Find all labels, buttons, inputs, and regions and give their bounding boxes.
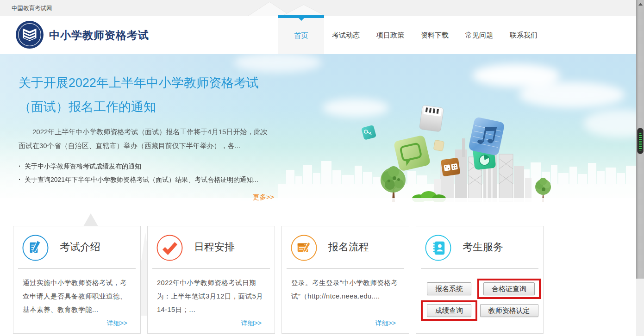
nav-home-label: 首页	[278, 31, 324, 40]
scrollbar-lower-track	[636, 279, 644, 336]
news-list: 关于中小学教师资格考试成绩发布的通知 关于查询2021年下半年中小学教师资格考试…	[19, 160, 274, 187]
detail-link[interactable]: 详细>>	[375, 319, 396, 328]
cards-row: 考试介绍 通过实施中小学教师资格考试，考查申请人是否具备教师职业道德、基本素养、…	[13, 226, 544, 334]
services-grid: 报名系统 合格证查询 成绩查询 教师资格认定	[416, 269, 543, 321]
highlight-box-certificate-query: 合格证查询	[477, 279, 541, 299]
card-body-text: 登录。考生登录“中小学教师资格考试”（http://ntce.neea.edu.…	[282, 269, 409, 303]
cube-beige-icon	[433, 140, 444, 151]
cube-music-icon	[468, 117, 505, 156]
banner-content: 关于开展2022年上半年中小学教师资格考试（面试）报名工作的通知 2022年上半…	[19, 71, 274, 202]
teacher-qualification-button[interactable]: 教师资格认定	[480, 304, 538, 317]
page: 中国教育考试网 中小学教师资格考试 首页 考试动态 项目政策 资料下载 常见问题…	[0, 0, 636, 336]
nav-item-faq[interactable]: 常见问题	[465, 31, 494, 40]
mountain-watermark-icon	[245, 0, 338, 16]
more-link[interactable]: 更多>>	[19, 193, 274, 202]
mountain-watermark-icon	[83, 213, 98, 226]
announcement-excerpt: 2022年上半年中小学教师资格考试（面试）报名工作将于4月15日开始，此次面试在…	[19, 125, 274, 153]
card-body-text: 2022年中小学教师资格考试日期为：上半年笔试3月12日，面试5月14-15日；…	[148, 269, 275, 317]
cube-piano-icon	[419, 105, 444, 132]
card-title: 考生服务	[463, 240, 503, 254]
score-query-button[interactable]: 成绩查询	[427, 304, 471, 317]
card-title: 报名流程	[328, 240, 369, 254]
card-schedule: 日程安排 2022年中小学教师资格考试日期为：上半年笔试3月12日，面试5月14…	[147, 226, 275, 334]
document-pencil-icon	[22, 235, 49, 261]
site-title: 中小学教师资格考试	[49, 28, 149, 43]
card-body-text: 通过实施中小学教师资格考试，考查申请人是否具备教师职业道德、基本素养、教育教学能…	[13, 269, 140, 317]
cube-key-icon	[361, 125, 376, 140]
nav-item-exam-news[interactable]: 考试动态	[331, 31, 360, 40]
news-item[interactable]: 关于中小学教师资格考试成绩发布的通知	[19, 160, 274, 173]
scrollbar-thumb-stripes	[639, 133, 642, 150]
card-title: 日程安排	[194, 240, 235, 254]
certificate-query-button[interactable]: 合格证查询	[483, 282, 535, 295]
announcement-title[interactable]: 关于开展2022年上半年中小学教师资格考试（面试）报名工作的通知	[19, 71, 274, 119]
nav-item-downloads[interactable]: 资料下载	[420, 31, 449, 40]
highlight-box-score-query: 成绩查询	[421, 300, 477, 321]
topbar: 中国教育考试网	[0, 0, 636, 16]
scrollbar-up-icon[interactable]	[638, 1, 644, 7]
hero-banner: 关于开展2022年上半年中小学教师资格考试（面试）报名工作的通知 2022年上半…	[0, 54, 636, 202]
cube-speech-icon	[393, 135, 431, 172]
form-pencil-icon	[291, 235, 317, 261]
detail-link[interactable]: 详细>>	[241, 319, 262, 328]
ntce-logo	[15, 20, 44, 49]
main-section: 考试介绍 通过实施中小学教师资格考试，考查申请人是否具备教师职业道德、基本素养、…	[0, 202, 636, 336]
registration-system-button[interactable]: 报名系统	[427, 282, 471, 295]
scrollbar-thumb[interactable]	[637, 128, 644, 154]
nav-tab-home[interactable]: 首页	[278, 16, 324, 54]
active-tab-caret-icon	[299, 18, 304, 21]
nav-links: 考试动态 项目政策 资料下载 常见问题 联系我们	[331, 16, 554, 54]
vertical-scrollbar[interactable]	[636, 0, 644, 279]
card-candidate-services: 考生服务 报名系统 合格证查询 成绩查询	[416, 226, 544, 334]
contact-book-icon	[425, 235, 451, 261]
nav-item-contact[interactable]: 联系我们	[509, 31, 538, 40]
card-registration-process: 报名流程 登录。考生登录“中小学教师资格考试”（http://ntce.neea…	[281, 226, 409, 334]
news-item[interactable]: 关于查询2021年下半年中小学教师资格考试（面试）结果、考试合格证明的通知...	[19, 173, 274, 187]
topbar-site-name[interactable]: 中国教育考试网	[12, 5, 52, 12]
header: 中小学教师资格考试 首页 考试动态 项目政策 资料下载 常见问题 联系我们	[0, 16, 636, 54]
nav-item-policies[interactable]: 项目政策	[376, 31, 405, 40]
detail-link[interactable]: 详细>>	[107, 319, 127, 328]
card-title: 考试介绍	[60, 240, 100, 254]
card-exam-introduction: 考试介绍 通过实施中小学教师资格考试，考查申请人是否具备教师职业道德、基本素养、…	[13, 226, 141, 334]
cube-dice-icon	[441, 158, 461, 177]
checkmark-icon	[156, 235, 183, 261]
